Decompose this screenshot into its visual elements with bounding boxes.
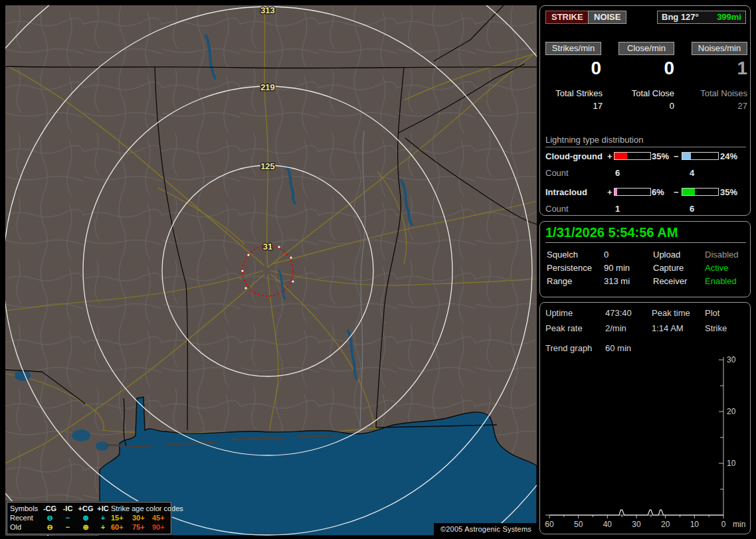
minus-sign: − xyxy=(674,187,679,197)
plot-value: Strike xyxy=(705,323,727,333)
receiver-status: Enabled xyxy=(705,276,737,286)
cg-minus-bar-fill xyxy=(682,153,691,159)
receiver-label: Receiver xyxy=(653,276,687,286)
plot-label: Plot xyxy=(705,308,719,318)
strikes-per-min-value: 0 xyxy=(545,58,601,79)
total-close-label: Total Close xyxy=(617,88,674,98)
svg-text:10: 10 xyxy=(690,520,700,529)
squelch-label: Squelch xyxy=(547,250,578,260)
peak-time-label: Peak time xyxy=(652,308,690,318)
cg-minus-pct: 24% xyxy=(720,151,737,161)
trend-panel: Uptime 473:40 Peak time Plot Peak rate 2… xyxy=(539,302,751,534)
copyright-notice: ©2005 Astrogenic Systems xyxy=(434,523,537,536)
trend-window-value: 60 min xyxy=(605,343,631,353)
svg-text:50: 50 xyxy=(574,520,583,529)
neg-ic-recent-icon: − xyxy=(59,514,76,522)
age-75: 75+ xyxy=(132,523,152,531)
range-label: Range xyxy=(547,276,572,286)
ic-plus-bar xyxy=(614,188,651,196)
intracloud-row: Intracloud + 6% − 35% xyxy=(540,187,751,198)
ic-minus-bar xyxy=(682,188,719,196)
svg-text:40: 40 xyxy=(603,520,613,529)
neg-cg-old-icon: ⊖ xyxy=(41,523,59,532)
lightning-map[interactable]: 313 219 125 31 Symbols -CG -IC +CG +IC S… xyxy=(5,5,537,536)
count-label: Count xyxy=(545,168,569,178)
peak-time-value: 1:14 AM xyxy=(652,323,684,333)
neg-cg-recent-icon: ⊖ xyxy=(41,514,59,522)
plus-sign: + xyxy=(607,151,613,161)
cg-plus-bar xyxy=(614,152,651,160)
total-strikes-label: Total Strikes xyxy=(545,88,603,98)
trend-graph-label: Trend graph xyxy=(545,343,592,353)
intracloud-label: Intracloud xyxy=(545,187,587,197)
status-panel: 1/31/2026 5:54:56 AM Squelch 0 Upload Di… xyxy=(539,221,751,297)
cg-minus-bar xyxy=(682,152,719,160)
ring-label-313: 313 xyxy=(260,5,275,15)
capture-label: Capture xyxy=(653,263,684,273)
legend-age-title: Strike age color codes xyxy=(111,504,173,512)
pos-ic-old-icon: + xyxy=(95,523,111,531)
peak-rate-label: Peak rate xyxy=(545,323,583,333)
intracloud-count-row: Count 1 6 xyxy=(540,204,751,214)
pos-cg-recent-icon: ⊕ xyxy=(76,514,95,522)
stats-panel: STRIKE NOISE Bng 127° 399mi Strikes/min … xyxy=(539,5,751,216)
symbol-legend: Symbols -CG -IC +CG +IC Strike age color… xyxy=(7,502,171,534)
svg-text:min: min xyxy=(733,520,745,529)
date-time: 1/31/2026 5:54:56 AM xyxy=(545,225,678,240)
cg-plus-count: 6 xyxy=(615,168,620,178)
ic-plus-pct: 6% xyxy=(652,187,664,197)
pos-ic-recent-icon: + xyxy=(95,514,111,522)
persistence-value: 90 min xyxy=(604,263,630,273)
ic-minus-bar-fill xyxy=(682,189,695,195)
noise-mode-button[interactable]: NOISE xyxy=(588,11,626,24)
age-60: 60+ xyxy=(111,523,132,531)
close-per-min-badge[interactable]: Close/min xyxy=(618,42,674,55)
legend-row-recent-label: Recent xyxy=(10,514,41,522)
age-45: 45+ xyxy=(152,514,173,522)
legend-col-ncg: -CG xyxy=(41,504,59,512)
svg-text:30: 30 xyxy=(632,520,641,529)
total-noises-value: 27 xyxy=(689,101,747,111)
upload-label: Upload xyxy=(653,250,680,260)
age-90: 90+ xyxy=(152,523,173,531)
svg-text:30: 30 xyxy=(727,355,736,364)
divider xyxy=(545,242,746,243)
ring-label-125: 125 xyxy=(260,161,275,171)
ring-label-219: 219 xyxy=(260,82,275,92)
age-15: 15+ xyxy=(111,514,132,522)
map-canvas: 313 219 125 31 xyxy=(5,5,537,536)
squelch-value: 0 xyxy=(604,250,609,260)
bearing-range-badge: Bng 127° 399mi xyxy=(657,11,746,24)
ring-label-31: 31 xyxy=(263,242,272,252)
total-noises-label: Total Noises xyxy=(689,88,747,98)
cloud-ground-row: Cloud-ground + 35% − 24% xyxy=(540,151,751,162)
noises-per-min-badge[interactable]: Noises/min xyxy=(692,42,747,55)
distribution-title: Lightning type distribution xyxy=(545,135,746,147)
range-value: 399mi xyxy=(717,12,741,22)
noises-per-min-value: 1 xyxy=(692,58,747,79)
strike-trend-chart: 1020306050403020100min xyxy=(540,353,751,534)
svg-text:20: 20 xyxy=(661,520,670,529)
capture-status: Active xyxy=(705,263,728,273)
cg-minus-count: 4 xyxy=(690,168,694,178)
cloud-ground-count-row: Count 6 4 xyxy=(540,168,751,179)
svg-text:20: 20 xyxy=(727,407,736,416)
cg-plus-pct: 35% xyxy=(652,151,669,161)
range-setting-value: 313 mi xyxy=(604,276,630,286)
uptime-label: Uptime xyxy=(545,308,573,318)
svg-text:0: 0 xyxy=(721,520,726,529)
close-per-min-value: 0 xyxy=(618,58,674,79)
ic-plus-count: 1 xyxy=(615,204,620,214)
legend-col-pic: +IC xyxy=(95,504,111,512)
cloud-ground-label: Cloud-ground xyxy=(545,151,603,161)
total-close-value: 0 xyxy=(617,101,674,111)
ic-plus-bar-fill xyxy=(614,189,617,195)
age-30: 30+ xyxy=(132,514,152,522)
pos-cg-old-icon: ⊕ xyxy=(76,523,95,532)
neg-ic-old-icon: − xyxy=(59,523,76,531)
legend-symbols-header: Symbols xyxy=(10,504,41,512)
strikes-per-min-badge[interactable]: Strikes/min xyxy=(545,42,601,55)
plus-sign: + xyxy=(607,187,613,197)
total-strikes-value: 17 xyxy=(545,101,603,111)
strike-mode-button[interactable]: STRIKE xyxy=(545,11,589,24)
